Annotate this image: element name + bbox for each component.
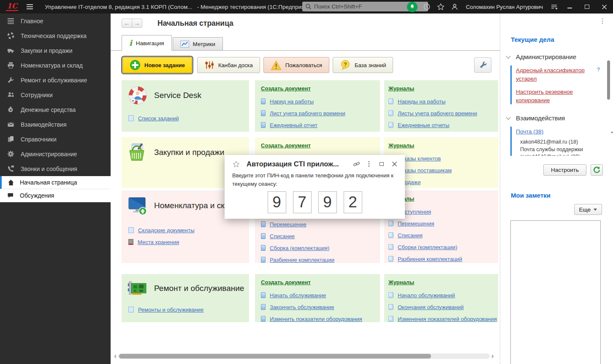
journal-icon [388, 316, 393, 322]
create-link[interactable]: Закончить обслуживание [270, 304, 334, 310]
repairs-link[interactable]: Ремонты и обслуживание [138, 307, 203, 313]
minimize-button[interactable] [563, 1, 576, 13]
sidebar-item-administration[interactable]: Администрирование [0, 147, 111, 161]
sidebar-item-repair-service[interactable]: Ремонт и обслуживание [0, 73, 111, 87]
tasks-list-link[interactable]: Список заданий [138, 115, 179, 122]
create-document-header[interactable]: Создать документ [261, 279, 311, 285]
backup-setup-link[interactable]: Настроить резервное копирование [516, 88, 594, 104]
sidebar-item-money[interactable]: Денежные средства [0, 102, 111, 117]
kanban-board-button[interactable]: Канбан доска [197, 57, 260, 73]
journal-link[interactable]: Ежедневные отчеты [398, 122, 449, 128]
create-link[interactable]: Сборка (комплектация) [270, 245, 329, 251]
new-task-button[interactable]: Новое задание [122, 57, 192, 73]
journal-link[interactable]: Списания [398, 232, 423, 239]
panel-menu-dots-icon[interactable] [599, 17, 606, 25]
create-link[interactable]: Ежедневный отчет [270, 122, 317, 128]
journal-link[interactable]: Заказы поставщикам [398, 167, 452, 174]
refresh-icon [593, 166, 601, 174]
maximize-button[interactable] [580, 1, 593, 13]
create-link[interactable]: Изменить показатели оборудования [270, 316, 362, 322]
create-link[interactable]: Лист учета рабочего времени [270, 110, 345, 117]
journal-link[interactable]: Сборки (комплектации) [398, 244, 457, 250]
create-link[interactable]: Перемещение [270, 221, 306, 228]
view-settings-icon[interactable] [549, 2, 559, 11]
create-link[interactable]: Списание [270, 233, 295, 239]
journal-link[interactable]: Перемещения [398, 220, 434, 227]
sidebar-item-calls-messages[interactable]: Звонки и сообщения [0, 161, 111, 176]
address-classifier-link[interactable]: Адресный классификатор устарел [516, 66, 591, 83]
favorites-icon[interactable] [436, 2, 445, 11]
journals-header[interactable]: Журналы [388, 142, 414, 149]
user-icon[interactable] [450, 2, 459, 11]
scroll-right-icon[interactable] [492, 354, 494, 359]
document-icon [261, 257, 266, 263]
tasks-scrollbar[interactable] [607, 55, 610, 133]
dialog-close-button[interactable] [390, 160, 399, 168]
horizontal-scrollbar[interactable] [114, 353, 494, 359]
dialog-maximize-button[interactable] [377, 160, 386, 168]
link-icon[interactable] [352, 160, 361, 168]
mail-account[interactable]: (salad4646@mail.ru) (20) [520, 153, 594, 156]
scroll-thumb[interactable] [607, 60, 610, 100]
dialog-menu-dots-icon[interactable] [364, 160, 374, 168]
basket-icon [127, 142, 148, 163]
journal-link[interactable]: Листы учета рабочего времени [398, 110, 477, 117]
sidebar-item-discussions[interactable]: Обсуждения [0, 189, 111, 202]
close-button[interactable] [598, 1, 610, 13]
storage-places-link[interactable]: Места хранения [138, 239, 179, 245]
scroll-down-icon[interactable] [610, 132, 613, 133]
create-link[interactable]: Начать обслуживание [270, 292, 326, 299]
create-document-header[interactable]: Создать документ [261, 85, 311, 92]
warehouse-docs-link[interactable]: Складские документы [138, 227, 195, 234]
journal-link[interactable]: Разбиения комплектаций [398, 256, 462, 262]
journal-link[interactable]: Окончания обслуживаний [398, 304, 464, 310]
create-document-header[interactable]: Создать документ [261, 142, 311, 149]
sidebar-item-tech-support[interactable]: Техническая поддержка [0, 28, 111, 43]
sidebar-item-inventory-warehouse[interactable]: Номенклатура и склад [0, 58, 111, 73]
journal-link[interactable]: Начало обслуживаний [398, 292, 455, 299]
document-icon [261, 292, 266, 298]
tab-metrics[interactable]: Метрики [173, 37, 223, 50]
main-menu-icon[interactable] [27, 4, 33, 9]
tab-label: Метрики [193, 41, 215, 47]
back-button[interactable] [122, 19, 132, 28]
sidebar-item-employees[interactable]: Сотрудники [0, 87, 111, 102]
history-icon[interactable] [422, 2, 431, 11]
scroll-left-icon[interactable] [114, 354, 116, 359]
journals-header[interactable]: Журналы [388, 279, 414, 285]
journal-link[interactable]: Изменения показателей оборудования [398, 316, 497, 322]
journal-link[interactable]: Наряды на работы [398, 98, 445, 105]
knowledge-base-button[interactable]: ? База знаний [333, 57, 393, 73]
help-question-link[interactable]: ? [597, 66, 600, 73]
refresh-button[interactable] [591, 164, 603, 176]
sidebar-item-catalogs[interactable]: Справочники [0, 132, 111, 147]
sidebar-item-home-page[interactable]: Начальная страница [0, 176, 111, 189]
sidebar-item-main[interactable]: Главное [0, 14, 111, 28]
configure-button[interactable]: Настроить [543, 164, 586, 176]
group-administration[interactable]: Администрирование [507, 53, 613, 60]
mail-account[interactable]: xakon4821@mail.ru (18) [520, 139, 594, 146]
user-name[interactable]: Соломахин Руслан Артурович [466, 4, 543, 10]
create-link[interactable]: Разбиение комплектации [270, 257, 334, 263]
mail-link[interactable]: Почта (38) [516, 128, 543, 135]
sidebar-item-purchases-sales[interactable]: Закупки и продажи [0, 43, 111, 58]
scroll-track[interactable] [118, 353, 490, 359]
notifications-icon[interactable] [407, 2, 418, 12]
forward-button[interactable] [132, 19, 142, 28]
sidebar-item-interactions[interactable]: Взаимодействия [0, 117, 111, 132]
create-link[interactable]: Наряд на работы [270, 98, 314, 105]
journals-header[interactable]: Журналы [388, 85, 414, 92]
mail-account[interactable]: Почта службы поддержки [520, 146, 594, 154]
group-interactions[interactable]: Взаимодействия [507, 114, 613, 122]
notes-area[interactable] [510, 220, 601, 364]
journal-icon [388, 256, 393, 262]
complain-button[interactable]: Пожаловаться [263, 57, 329, 73]
favorites-star-icon[interactable] [231, 160, 241, 168]
scroll-thumb[interactable] [119, 354, 431, 359]
tab-navigation[interactable]: Навигация [122, 35, 172, 51]
sidebar-label: Администрирование [21, 151, 77, 158]
chat-icon [7, 192, 14, 199]
more-button[interactable]: Еще [574, 204, 602, 215]
settings-wrench-button[interactable] [474, 57, 491, 73]
window-title: Управление IT-отделом 8, редакция 3.1 КО… [45, 4, 315, 10]
